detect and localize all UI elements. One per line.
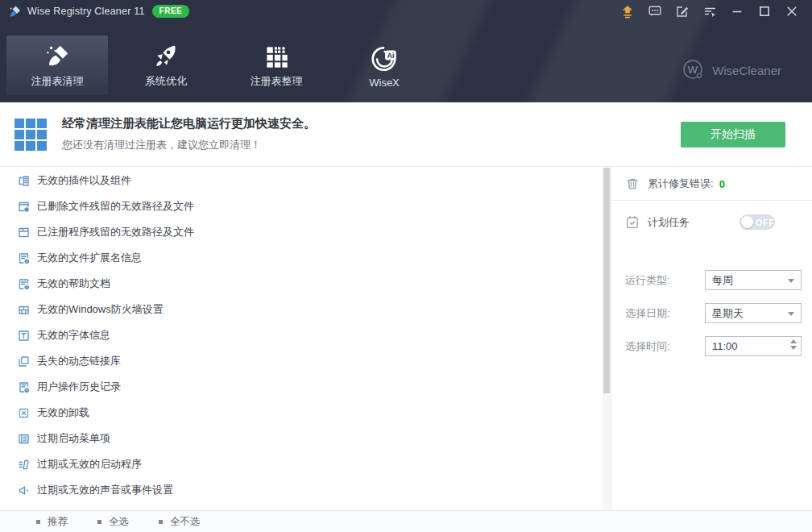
startup-programs-icon	[18, 459, 30, 471]
select-none[interactable]: 全不选	[159, 515, 201, 529]
list-item[interactable]: 已注册程序残留的无效路径及文件	[0, 219, 603, 245]
list-item-label: 无效的插件以及组件	[37, 173, 131, 188]
register-note-icon[interactable]	[669, 1, 696, 22]
list-item-label: 无效的文件扩展名信息	[37, 251, 142, 265]
selection-footer: 推荐 全选 全不选	[0, 510, 812, 532]
list-item-label: 过期或无效的启动程序	[37, 457, 142, 472]
titlebar-controls	[614, 1, 806, 22]
free-badge: FREE	[152, 5, 190, 18]
wisecleaner-logo-icon: W	[682, 58, 706, 82]
banner-headline: 经常清理注册表能让您电脑运行更加快速安全。	[62, 116, 316, 131]
list-item[interactable]: 丢失的动态链接库	[0, 348, 603, 374]
list-item[interactable]: 用户操作历史记录	[0, 374, 603, 400]
category-list: 无效的插件以及组件 已删除文件残留的无效路径及文件 已注册程序残留的无效路径及文…	[0, 168, 603, 510]
feedback-icon[interactable]	[641, 1, 669, 22]
plugins-components-icon	[18, 175, 30, 187]
list-item-label: 过期或无效的声音或事件设置	[37, 483, 173, 497]
sound-events-icon	[18, 484, 30, 497]
scheduled-task-icon	[625, 215, 640, 230]
status-banner: 经常清理注册表能让您电脑运行更加快速安全。 您还没有清理过注册表，建议您立即清理…	[0, 102, 812, 167]
select-none-label: 全不选	[170, 515, 201, 529]
window-title: Wise Registry Cleaner 11	[27, 6, 145, 17]
list-item-label: 无效的Windows防火墙设置	[37, 302, 164, 317]
time-label: 选择时间:	[625, 339, 670, 354]
list-item[interactable]: ? 无效的帮助文档	[0, 271, 603, 297]
list-item-label: 用户操作历史记录	[37, 380, 121, 394]
registry-grid-icon	[14, 118, 47, 151]
date-value: 星期天	[712, 306, 744, 321]
tab-wisex[interactable]: Ai WiseX	[334, 35, 435, 95]
fixed-errors-label: 累计修复错误:	[648, 177, 714, 191]
bullet-icon	[159, 520, 163, 524]
right-panel: 累计修复错误: 0 计划任务 OFF 运行类型:	[611, 168, 812, 510]
tab-registry-defrag[interactable]: 注册表整理	[226, 35, 327, 95]
help-docs-icon: ?	[18, 278, 30, 290]
brand-name: WiseCleaner	[712, 64, 781, 77]
list-item-label: 丢失的动态链接库	[37, 354, 121, 368]
select-recommended[interactable]: 推荐	[36, 515, 68, 529]
start-scan-button[interactable]: 开始扫描	[681, 122, 785, 148]
list-item-label: 无效的字体信息	[37, 328, 110, 343]
list-item[interactable]: 无效的Windows防火墙设置	[0, 297, 603, 322]
upgrade-icon[interactable]	[614, 1, 641, 22]
run-type-row: 运行类型: 每周	[611, 270, 812, 290]
run-type-select[interactable]: 每周	[705, 270, 802, 290]
date-label: 选择日期:	[625, 306, 670, 321]
maximize-icon[interactable]	[751, 1, 778, 22]
spin-down-icon[interactable]	[790, 346, 797, 350]
schedule-form: 运行类型: 每周 选择日期: 星期天 选择时间: 11:00	[611, 270, 812, 356]
fixed-errors-row: 累计修复错误: 0	[611, 168, 812, 201]
tab-label: 注册表整理	[251, 74, 303, 89]
list-item[interactable]: 无效的插件以及组件	[0, 168, 603, 193]
time-row: 选择时间: 11:00	[611, 336, 812, 356]
list-item-label: 已注册程序残留的无效路径及文件	[37, 225, 194, 239]
list-item-label: 无效的卸载	[37, 405, 89, 420]
list-item[interactable]: 过期或无效的启动程序	[0, 451, 603, 477]
font-info-icon	[18, 330, 30, 342]
list-item[interactable]: 过期或无效的声音或事件设置	[0, 477, 603, 503]
wisecleaner-brand[interactable]: W WiseCleaner	[682, 58, 781, 82]
scrollbar-thumb[interactable]	[603, 168, 610, 393]
close-icon[interactable]	[778, 1, 806, 22]
wisex-ai-icon: Ai	[369, 43, 400, 75]
list-item[interactable]: 已删除文件残留的无效路径及文件	[0, 193, 603, 219]
schedule-toggle[interactable]: OFF	[740, 214, 775, 230]
list-item-label: 已删除文件残留的无效路径及文件	[37, 199, 194, 214]
list-item[interactable]: 过期启动菜单项	[0, 426, 603, 451]
spin-up-icon[interactable]	[790, 339, 797, 343]
select-all-label: 全选	[109, 515, 129, 529]
list-item[interactable]: 无效的卸载	[0, 400, 603, 426]
dll-icon	[18, 355, 30, 368]
run-type-value: 每周	[712, 273, 733, 288]
date-select[interactable]: 星期天	[705, 303, 802, 323]
list-scrollbar	[603, 168, 611, 510]
list-item-label: 无效的帮助文档	[37, 276, 110, 291]
bullet-icon	[36, 520, 40, 524]
list-item-label: 过期启动菜单项	[37, 431, 110, 446]
time-spinner	[790, 339, 797, 350]
registered-program-leftover-icon	[18, 227, 30, 239]
list-item[interactable]: 无效的字体信息	[0, 322, 603, 348]
select-all[interactable]: 全选	[97, 515, 129, 529]
tab-label: 系统优化	[145, 74, 187, 89]
select-recommended-label: 推荐	[48, 515, 68, 529]
list-item[interactable]: 无效的文件扩展名信息	[0, 245, 603, 271]
firewall-icon	[18, 304, 30, 316]
tab-label: WiseX	[369, 77, 400, 89]
invalid-uninstall-icon	[18, 407, 30, 419]
tab-system-tuneup[interactable]: 系统优化	[115, 35, 217, 95]
minimize-icon[interactable]	[723, 1, 751, 22]
start-menu-items-icon	[18, 433, 30, 445]
window-chrome: Wise Registry Cleaner 11 FREE	[0, 0, 812, 102]
date-row: 选择日期: 星期天	[611, 303, 812, 323]
file-extension-icon	[18, 252, 30, 264]
user-history-icon	[18, 381, 30, 393]
time-input[interactable]: 11:00	[705, 336, 802, 356]
defrag-grid-icon	[261, 40, 292, 73]
tab-registry-cleaner[interactable]: 注册表清理	[6, 35, 108, 95]
menu-icon[interactable]	[696, 1, 723, 22]
rocket-icon	[151, 40, 181, 73]
main-nav: 注册表清理 系统优化	[0, 23, 812, 102]
schedule-label: 计划任务	[648, 215, 690, 230]
deleted-file-leftover-icon	[18, 201, 30, 213]
